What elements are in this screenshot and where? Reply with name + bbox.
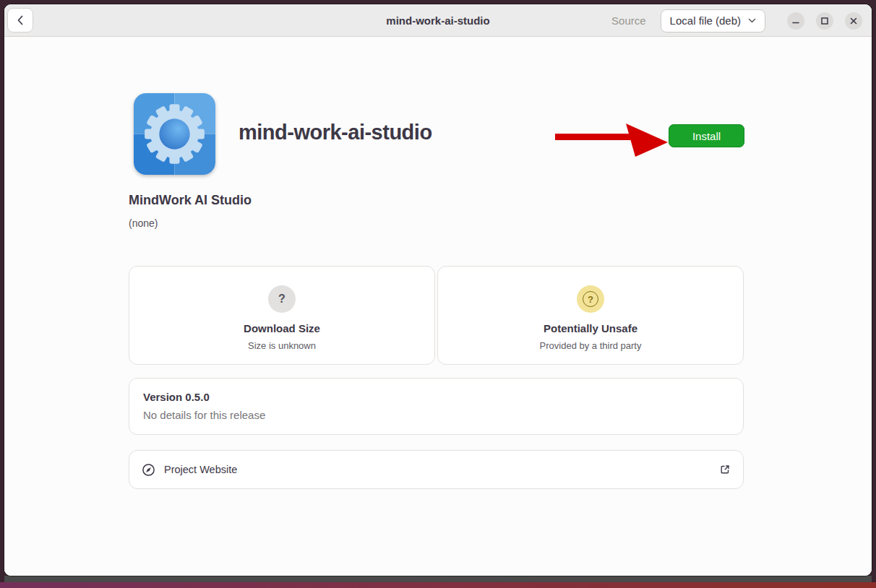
tile-subtitle: Size is unknown: [248, 340, 316, 351]
install-button-label: Install: [692, 130, 721, 142]
question-circle-icon: ?: [577, 285, 604, 313]
desktop-background: mind-work-ai-studio Source Local file (d…: [0, 0, 876, 588]
context-tiles: ? Download Size Size is unknown ? Potent…: [129, 266, 744, 365]
close-icon: [849, 17, 858, 25]
compass-icon: [142, 463, 155, 477]
tile-subtitle: Provided by a third party: [540, 340, 642, 351]
page-title: mind-work-ai-studio: [239, 121, 432, 144]
source-dropdown-value: Local file (deb): [670, 14, 741, 27]
chevron-left-icon: [16, 14, 25, 26]
headerbar: mind-work-ai-studio Source Local file (d…: [4, 4, 872, 37]
version-title: Version 0.5.0: [143, 391, 729, 403]
red-arrow-icon: [546, 115, 677, 165]
app-developer: (none): [129, 217, 158, 229]
chevron-down-icon: [748, 18, 756, 23]
close-button[interactable]: [845, 12, 862, 30]
source-label: Source: [611, 14, 646, 27]
download-size-tile[interactable]: ? Download Size Size is unknown: [129, 266, 435, 365]
minimize-button[interactable]: [787, 12, 804, 30]
maximize-button[interactable]: [816, 12, 833, 30]
external-link-icon: [719, 464, 731, 475]
minimize-icon: [791, 17, 800, 25]
software-window: mind-work-ai-studio Source Local file (d…: [4, 4, 872, 576]
source-dropdown[interactable]: Local file (deb): [661, 9, 765, 33]
tile-title: Download Size: [244, 322, 320, 334]
safety-tile[interactable]: ? Potentially Unsafe Provided by a third…: [437, 266, 744, 365]
app-icon: [134, 93, 215, 175]
install-button[interactable]: Install: [669, 124, 744, 147]
website-label: Project Website: [164, 464, 237, 475]
version-card: Version 0.5.0 No details for this releas…: [129, 378, 744, 435]
project-website-row[interactable]: Project Website: [129, 450, 744, 489]
maximize-icon: [820, 17, 829, 25]
version-subtitle: No details for this release: [143, 409, 729, 421]
tile-title: Potentially Unsafe: [544, 322, 637, 334]
desktop-wallpaper-gradient: [0, 582, 876, 588]
question-mark-icon: ?: [268, 285, 296, 313]
headerbar-right: Source Local file (deb): [611, 4, 862, 37]
app-details-page: mind-work-ai-studio Install MindWork AI …: [4, 37, 872, 576]
app-display-name: MindWork AI Studio: [129, 193, 252, 208]
back-button[interactable]: [7, 8, 33, 33]
